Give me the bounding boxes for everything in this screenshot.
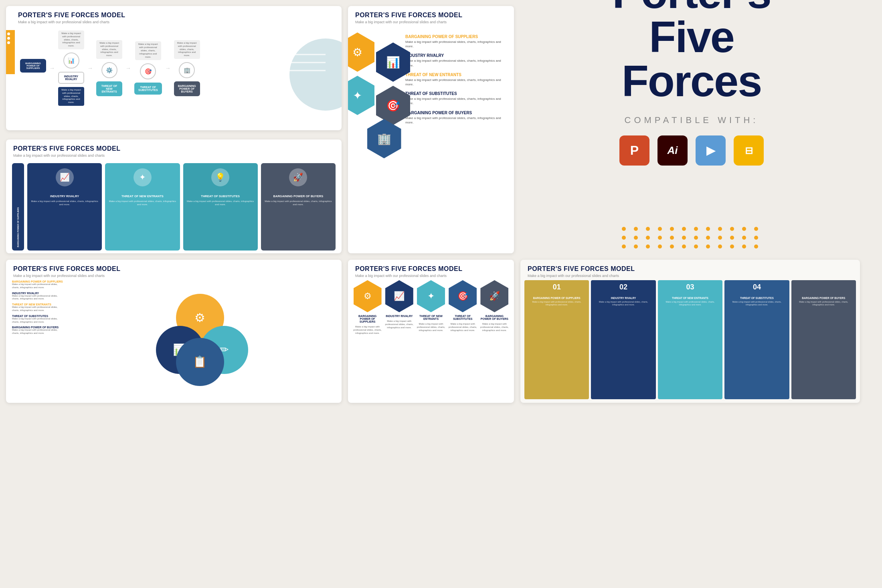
arrow-box-5: 🚀 BARGAINING POWER OF BUYERS Make a big …	[480, 280, 509, 399]
br-tab-2: 02 INDUSTRY RIVALRY Make a big impact wi…	[591, 280, 655, 399]
slide-numbered-tabs: PORTER'S FIVE FORCES MODEL Make a big im…	[520, 260, 860, 403]
powerpoint-icon: P	[619, 135, 649, 166]
card4-title: PORTER'S FIVE FORCES MODEL	[13, 265, 334, 273]
slide-columns: PORTER'S FIVE FORCES MODEL Make a big im…	[6, 139, 342, 253]
arrow-box-2: 📈 INDUSTRY RIVALRY Make a big impact wit…	[384, 280, 414, 399]
hero-area: Porter'sFiveForces COMPATIBLE WITH: P Ai…	[517, 0, 866, 136]
card4-subtitle: Make a big impact with our professional …	[13, 274, 334, 278]
br-tab-4: 04 THREAT OF SUBSTITUTES Make a big impa…	[724, 280, 789, 399]
col4-desc: Make a big impact with professional slid…	[264, 200, 332, 206]
slide-hexagons: PORTER'S FIVE FORCES MODEL Make a big im…	[348, 6, 514, 253]
bl-item-3: THREAT OF NEW ENTRANTS Make a big impact…	[12, 303, 64, 312]
card5-subtitle: Make a big impact with our professional …	[355, 274, 507, 278]
hex-item-3: THREAT OF NEW ENTRANTS Make a big impact…	[405, 73, 503, 87]
slide-flowchart: PORTER'S FIVE FORCES MODEL Make a big im…	[6, 6, 342, 130]
card3-title: PORTER'S FIVE FORCES MODEL	[355, 12, 507, 19]
col2-label: THREAT OF NEW ENTRANTS	[108, 194, 176, 198]
arrow-box-4: 🎯 THREAT OF SUBSTITUTES Make a big impac…	[448, 280, 477, 399]
slide-arrow-boxes: PORTER'S FIVE FORCES MODEL Make a big im…	[348, 260, 514, 403]
col3-label: THREAT OF SUBSTITUTES	[186, 194, 255, 198]
arrow-box-1: ⚙ BARGAINING POWER OF SUPPLIERS Make a b…	[353, 280, 382, 399]
hex-item-4: THREAT OF SUBSTITUTES Make a big impact …	[405, 91, 503, 105]
card6-subtitle: Make a big impact with our professional …	[528, 274, 853, 278]
hex-item-2: INDUSTRY RIVALRY Make a big impact with …	[405, 53, 503, 67]
br-tab-5: BARGAINING POWER OF BUYERS Make a big im…	[791, 280, 856, 399]
bl-item-5: BARGAINING POWER OF BUYERS Make a big im…	[12, 326, 64, 335]
compatible-label: COMPATIBLE WITH:	[625, 115, 759, 125]
card2-title: PORTER'S FIVE FORCES MODEL	[13, 145, 334, 152]
col1-desc: Make a big impact with professional slid…	[30, 200, 99, 206]
br-tab-3: 03 THREAT OF NEW ENTRANTS Make a big imp…	[658, 280, 722, 399]
br-tab-1: 01 BARGAINING POWER OF SUPPLIERS Make a …	[524, 280, 589, 399]
card1-title: PORTER'S FIVE FORCES MODEL	[18, 12, 334, 19]
col2-desc: Make a big impact with professional slid…	[108, 200, 176, 206]
card3-subtitle: Make a big impact with our professional …	[355, 20, 507, 24]
app-icons-row: P Ai ▶ ⊟	[619, 135, 764, 166]
card1-subtitle: Make a big impact with our professional …	[18, 20, 334, 24]
col4-label: BARGAINING POWER OF BUYERS	[264, 194, 332, 198]
bl-item-4: THREAT OF SUBSTITUTES Make a big impact …	[12, 315, 64, 324]
hex-item-5: BARGAINING POWER OF BUYERS Make a big im…	[405, 111, 503, 125]
hex-item-1: BARGAINING POWER OF SUPPLIERS Make a big…	[405, 34, 503, 48]
bl-item-1: BARGAINING POWER OF SUPPLIERS Make a big…	[12, 280, 64, 289]
illustrator-icon: Ai	[657, 135, 688, 166]
col1-label: INDUSTRY RIVALRY	[30, 194, 99, 198]
google-slides-icon: ⊟	[734, 135, 764, 166]
keynote-icon: ▶	[696, 135, 726, 166]
hero-title: Porter'sFiveForces	[612, 0, 771, 103]
main-grid: PORTER'S FIVE FORCES MODEL Make a big im…	[0, 0, 882, 588]
arrow-box-3: ✦ THREAT OF NEW ENTRANTS Make a big impa…	[416, 280, 445, 399]
dots-grid	[622, 227, 761, 249]
col3-desc: Make a big impact with professional slid…	[186, 200, 255, 206]
slide-circles: PORTER'S FIVE FORCES MODEL Make a big im…	[6, 260, 342, 403]
bl-item-2: INDUSTRY RIVALRY Make a big impact with …	[12, 292, 64, 301]
card2-subtitle: Make a big impact with our professional …	[13, 154, 334, 158]
card6-title: PORTER'S FIVE FORCES MODEL	[528, 265, 853, 273]
card5-title: PORTER'S FIVE FORCES MODEL	[355, 265, 507, 273]
